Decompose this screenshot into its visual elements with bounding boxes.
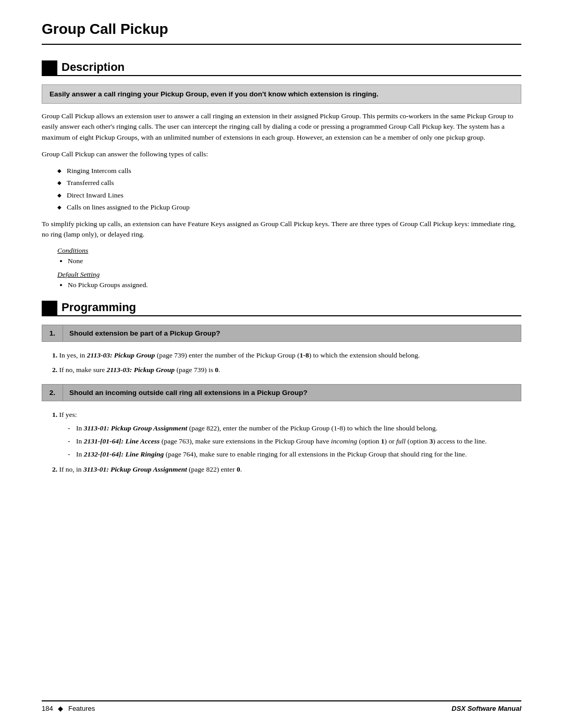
default-setting-label: Default Setting	[57, 270, 521, 279]
sub-step-num: 1.	[52, 411, 57, 418]
step-2-dash-list: In 3113-01: Pickup Group Assignment (pag…	[68, 423, 521, 460]
dash-list-item: In 3113-01: Pickup Group Assignment (pag…	[68, 423, 521, 434]
description-paragraph2: Group Call Pickup can answer the followi…	[42, 149, 521, 159]
list-item: Calls on lines assigned to the Pickup Gr…	[57, 202, 521, 213]
footer-page-num: 184	[42, 705, 53, 712]
step-1-sub-1: 1. In yes, in 2113-03: Pickup Group (pag…	[52, 350, 521, 361]
conditions-list: None	[68, 256, 521, 266]
footer-manual-label: DSX Software Manual	[451, 705, 521, 712]
step-2-substeps: 1. If yes: In 3113-01: Pickup Group Assi…	[52, 410, 521, 475]
programming-section-header: Programming	[42, 301, 521, 316]
conditions-item: None	[68, 256, 521, 266]
step-1-substeps: 1. In yes, in 2113-03: Pickup Group (pag…	[52, 350, 521, 376]
step-2-sub-2: 2. If no, in 3113-01: Pickup Group Assig…	[52, 464, 521, 475]
step-number-2: 2.	[42, 384, 63, 401]
dash-list-item: In 2131-[01-64]: Line Access (page 763),…	[68, 436, 521, 447]
sub-step-num: 2.	[52, 465, 57, 473]
programming-step-2-header: 2. Should an incoming outside call ring …	[42, 384, 521, 401]
description-paragraph1: Group Call Pickup allows an extension us…	[42, 111, 521, 143]
default-setting-list: No Pickup Groups assigned.	[68, 280, 521, 290]
dash-list-item: In 2132-[01-64]: Line Ringing (page 764)…	[68, 449, 521, 460]
highlight-box: Easily answer a call ringing your Pickup…	[42, 84, 521, 104]
programming-table-2: 2. Should an incoming outside call ring …	[42, 384, 521, 401]
footer-features-label: Features	[68, 705, 95, 712]
list-item: Direct Inward Lines	[57, 190, 521, 201]
step-1-sub-2: 2. If no, make sure 2113-03: Pickup Grou…	[52, 365, 521, 375]
section-black-box	[42, 60, 57, 76]
programming-heading: Programming	[57, 301, 521, 316]
page-container: Group Call Pickup Description Easily ans…	[0, 0, 563, 728]
default-setting-item: No Pickup Groups assigned.	[68, 280, 521, 290]
page-title: Group Call Pickup	[42, 21, 521, 38]
sub-step-num: 2.	[52, 366, 57, 374]
step-2-if-yes: 1. If yes: In 3113-01: Pickup Group Assi…	[52, 410, 521, 460]
step-question-1: Should extension be part of a Pickup Gro…	[63, 325, 521, 342]
step-number-1: 1.	[42, 325, 63, 342]
step-question-2: Should an incoming outside call ring all…	[63, 384, 521, 401]
footer-diamond: ◆	[58, 705, 63, 712]
programming-table-1: 1. Should extension be part of a Pickup …	[42, 325, 521, 342]
title-divider	[42, 44, 521, 45]
description-section-header: Description	[42, 60, 521, 76]
call-types-list: Ringing Intercom calls Transferred calls…	[57, 166, 521, 213]
conditions-label: Conditions	[57, 246, 521, 255]
list-item: Ringing Intercom calls	[57, 166, 521, 176]
programming-step-1-header: 1. Should extension be part of a Pickup …	[42, 325, 521, 342]
list-item: Transferred calls	[57, 178, 521, 188]
page-footer: 184 ◆ Features DSX Software Manual	[42, 700, 521, 712]
description-paragraph3: To simplify picking up calls, an extensi…	[42, 219, 521, 240]
section-black-box-2	[42, 301, 57, 316]
footer-left: 184 ◆ Features	[42, 705, 95, 712]
sub-step-num: 1.	[52, 351, 57, 359]
description-heading: Description	[57, 60, 521, 76]
